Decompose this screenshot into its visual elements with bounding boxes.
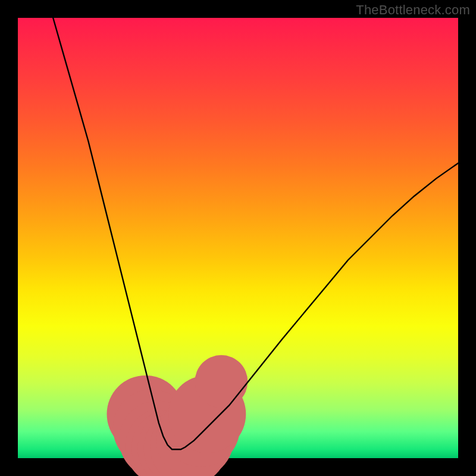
watermark-text: TheBottleneck.com [356,2,470,18]
plot-area [18,18,458,458]
markers-layer [107,355,248,476]
chart-svg [18,18,458,458]
chart-frame: TheBottleneck.com [0,0,476,476]
bottleneck-curve [53,18,458,449]
trough-marker [195,355,248,408]
